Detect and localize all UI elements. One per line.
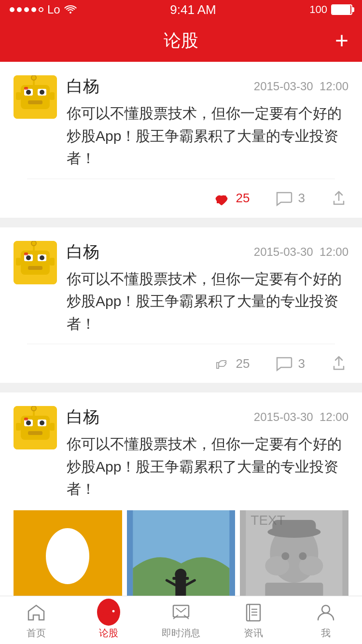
svg-rect-7 bbox=[28, 100, 42, 104]
status-right: 100 bbox=[309, 3, 352, 16]
post-header: 白杨 2015-03-30 12:00 你可以不懂股票技术，但你一定要有个好的炒… bbox=[14, 75, 348, 170]
post-user-row: 白杨 2015-03-30 12:00 bbox=[67, 406, 348, 428]
like-button[interactable]: 25 bbox=[212, 189, 250, 208]
signal-dots bbox=[10, 7, 43, 12]
post-meta: 白杨 2015-03-30 12:00 你可以不懂股票技术，但你一定要有个好的炒… bbox=[67, 406, 348, 501]
status-time: 9:41 AM bbox=[170, 2, 216, 17]
svg-point-34 bbox=[31, 406, 36, 411]
post-image-3[interactable]: TEXT bbox=[240, 510, 348, 607]
svg-rect-32 bbox=[28, 431, 42, 435]
svg-point-6 bbox=[40, 90, 44, 95]
post-image-2[interactable] bbox=[127, 510, 236, 607]
dot4 bbox=[31, 7, 36, 12]
svg-point-53 bbox=[282, 552, 290, 560]
svg-point-54 bbox=[299, 552, 307, 560]
svg-rect-23 bbox=[50, 258, 55, 266]
comment-button[interactable]: 3 bbox=[274, 189, 305, 208]
svg-rect-22 bbox=[16, 258, 21, 266]
svg-rect-19 bbox=[28, 266, 42, 270]
svg-rect-10 bbox=[16, 92, 21, 100]
svg-point-70 bbox=[112, 610, 115, 613]
dot3 bbox=[24, 7, 29, 12]
avatar[interactable] bbox=[14, 406, 57, 449]
svg-rect-24 bbox=[24, 252, 28, 255]
svg-rect-36 bbox=[50, 423, 55, 431]
svg-point-18 bbox=[40, 255, 44, 260]
svg-rect-37 bbox=[24, 418, 28, 420]
svg-point-31 bbox=[40, 420, 44, 425]
post-user-row: 白杨 2015-03-30 12:00 bbox=[67, 75, 348, 98]
avatar[interactable] bbox=[14, 75, 57, 119]
share-button[interactable] bbox=[329, 354, 348, 373]
nav-title: 论股 bbox=[164, 29, 198, 53]
comment-count: 3 bbox=[298, 191, 305, 206]
tab-bar: 首页 论股 即时消息 bbox=[0, 596, 362, 644]
svg-point-17 bbox=[26, 255, 31, 260]
tab-label-me: 我 bbox=[321, 627, 331, 640]
post-datetime: 2015-03-30 12:00 bbox=[254, 410, 348, 424]
post-card: 白杨 2015-03-30 12:00 你可以不懂股票技术，但你一定要有个好的炒… bbox=[0, 62, 362, 218]
dot1 bbox=[10, 7, 14, 12]
post-meta: 白杨 2015-03-30 12:00 你可以不懂股票技术，但你一定要有个好的炒… bbox=[67, 241, 348, 336]
post-datetime: 2015-03-30 12:00 bbox=[254, 245, 348, 259]
dot2 bbox=[17, 7, 22, 12]
tab-item-home[interactable]: 首页 bbox=[0, 601, 72, 640]
post-user-row: 白杨 2015-03-30 12:00 bbox=[67, 241, 348, 263]
comment-button[interactable]: 3 bbox=[274, 354, 305, 373]
svg-rect-25 bbox=[217, 363, 219, 368]
svg-point-0 bbox=[70, 12, 71, 14]
tab-item-messages[interactable]: 即时消息 bbox=[145, 601, 217, 640]
post-username: 白杨 bbox=[67, 406, 99, 428]
tab-label-news: 资讯 bbox=[244, 627, 263, 640]
post-content: 你可以不懂股票技术，但你一定要有个好的炒股App！股王争霸累积了大量的专业投资者… bbox=[67, 268, 348, 336]
news-icon bbox=[242, 601, 265, 624]
avatar[interactable] bbox=[14, 241, 57, 284]
svg-text:TEXT: TEXT bbox=[251, 513, 286, 528]
post-images: TEXT bbox=[14, 510, 348, 607]
post-card: 白杨 2015-03-30 12:00 你可以不懂股票技术，但你一定要有个好的炒… bbox=[0, 227, 362, 383]
post-meta: 白杨 2015-03-30 12:00 你可以不懂股票技术，但你一定要有个好的炒… bbox=[67, 75, 348, 170]
battery-icon bbox=[331, 4, 352, 15]
tab-item-me[interactable]: 我 bbox=[290, 601, 362, 640]
tab-label-messages: 即时消息 bbox=[162, 627, 200, 640]
svg-rect-42 bbox=[175, 578, 186, 597]
share-button[interactable] bbox=[329, 189, 348, 208]
lungu-icon bbox=[97, 601, 120, 624]
svg-point-21 bbox=[31, 241, 36, 246]
feed: 白杨 2015-03-30 12:00 你可以不懂股票技术，但你一定要有个好的炒… bbox=[0, 62, 362, 644]
svg-point-30 bbox=[26, 420, 31, 425]
svg-rect-44 bbox=[172, 577, 189, 580]
svg-point-9 bbox=[31, 75, 36, 80]
svg-rect-35 bbox=[16, 423, 21, 431]
post-content: 你可以不懂股票技术，但你一定要有个好的炒股App！股王争霸累积了大量的专业投资者… bbox=[67, 102, 348, 170]
post-username: 白杨 bbox=[67, 75, 99, 98]
post-content: 你可以不懂股票技术，但你一定要有个好的炒股App！股王争霸累积了大量的专业投资者… bbox=[67, 433, 348, 501]
me-icon bbox=[314, 601, 337, 624]
tab-item-news[interactable]: 资讯 bbox=[217, 601, 290, 640]
svg-point-5 bbox=[26, 90, 31, 95]
post-username: 白杨 bbox=[67, 241, 99, 263]
svg-rect-71 bbox=[173, 605, 189, 617]
add-button[interactable]: + bbox=[335, 29, 348, 52]
comment-count: 3 bbox=[298, 356, 305, 371]
dot5 bbox=[39, 7, 43, 12]
like-button[interactable]: 25 bbox=[212, 354, 250, 373]
tab-item-lungu[interactable]: 论股 bbox=[72, 601, 145, 640]
battery-fill bbox=[332, 5, 350, 14]
post-actions: 25 3 bbox=[14, 344, 348, 383]
status-bar: Lo 9:41 AM 100 bbox=[0, 0, 362, 19]
tab-label-home: 首页 bbox=[27, 627, 46, 640]
post-header: 白杨 2015-03-30 12:00 你可以不懂股票技术，但你一定要有个好的炒… bbox=[14, 241, 348, 336]
svg-point-79 bbox=[322, 605, 330, 613]
svg-point-39 bbox=[46, 528, 89, 584]
wifi-icon bbox=[64, 3, 77, 16]
svg-rect-11 bbox=[50, 92, 55, 100]
tab-label-lungu: 论股 bbox=[99, 627, 118, 640]
post-image-1[interactable] bbox=[14, 510, 122, 607]
status-left: Lo bbox=[10, 3, 77, 16]
like-count: 25 bbox=[236, 191, 250, 206]
svg-rect-12 bbox=[24, 87, 28, 90]
like-count: 25 bbox=[236, 356, 250, 371]
post-actions: 25 3 bbox=[14, 179, 348, 218]
home-icon bbox=[25, 601, 48, 624]
